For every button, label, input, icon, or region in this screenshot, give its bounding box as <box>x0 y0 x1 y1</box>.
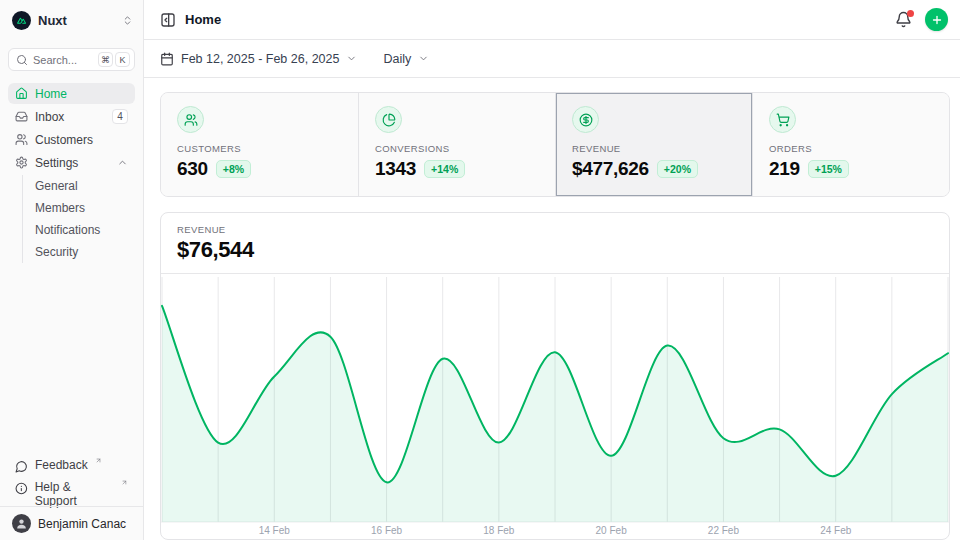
chevron-down-icon <box>346 53 357 64</box>
sidebar-item-home[interactable]: Home <box>8 83 135 104</box>
kbd-k: K <box>115 52 130 67</box>
speech-bubble-icon <box>15 460 28 473</box>
sidebar-item-members[interactable]: Members <box>27 197 135 219</box>
sidebar-item-inbox[interactable]: Inbox 4 <box>8 106 135 127</box>
avatar <box>12 514 31 533</box>
stat-value: 1343 <box>375 158 416 180</box>
stat-icon-wrap <box>572 106 599 133</box>
stat-label: CONVERSIONS <box>375 143 539 154</box>
users-icon <box>15 133 28 146</box>
workspace-switcher[interactable]: Nuxt <box>0 0 143 40</box>
calendar-icon <box>160 52 174 66</box>
stat-card-conversions[interactable]: CONVERSIONS 1343 +14% <box>358 93 555 196</box>
date-range-picker[interactable]: Feb 12, 2025 - Feb 26, 2025 <box>160 52 357 66</box>
settings-sub-items: General Members Notifications Security <box>22 175 135 263</box>
stat-card-orders[interactable]: ORDERS 219 +15% <box>752 93 949 196</box>
stat-card-customers[interactable]: CUSTOMERS 630 +8% <box>161 93 358 196</box>
stat-delta-badge: +20% <box>657 160 698 178</box>
add-button[interactable] <box>925 8 948 31</box>
sidebar-item-security[interactable]: Security <box>27 241 135 263</box>
stat-delta-badge: +8% <box>216 160 251 178</box>
stat-value: $477,626 <box>572 158 649 180</box>
x-axis-tick-label: 20 Feb <box>596 525 628 536</box>
feedback-link[interactable]: Feedback <box>8 456 135 478</box>
sub-item-label: Members <box>35 201 85 215</box>
revenue-chart-card: REVENUE $76,544 14 Feb16 Feb18 Feb20 Feb… <box>160 212 950 540</box>
sidebar-item-label: Inbox <box>35 110 64 124</box>
footer-item-label: Feedback <box>35 458 88 472</box>
sidebar-footer: Feedback Help & Support <box>8 456 135 500</box>
sidebar-item-label: Customers <box>35 133 93 147</box>
x-axis-tick-label: 18 Feb <box>483 525 515 536</box>
pie-chart-icon <box>382 113 396 127</box>
sub-item-label: Notifications <box>35 223 100 237</box>
sidebar: Nuxt ⌘ K Home Inbox 4 Customers <box>0 0 144 540</box>
external-link-icon <box>95 457 102 464</box>
interval-select[interactable]: Daily <box>383 52 429 66</box>
sidebar-item-general[interactable]: General <box>27 175 135 197</box>
sidebar-spacer <box>0 265 143 456</box>
help-support-link[interactable]: Help & Support <box>8 478 135 500</box>
dollar-coin-icon <box>579 113 593 127</box>
stat-delta-badge: +14% <box>424 160 465 178</box>
inbox-badge: 4 <box>112 109 128 124</box>
stats-row: CUSTOMERS 630 +8% CONVERSIONS 1343 +14% <box>160 92 950 197</box>
chart-metric-value: $76,544 <box>177 237 933 263</box>
sidebar-item-notifications[interactable]: Notifications <box>27 219 135 241</box>
app-window: Nuxt ⌘ K Home Inbox 4 Customers <box>0 0 960 540</box>
search-shortcut: ⌘ K <box>98 52 130 67</box>
home-icon <box>15 87 28 100</box>
user-name: Benjamin Canac <box>38 517 126 531</box>
inbox-icon <box>15 110 28 123</box>
chart-body: 14 Feb16 Feb18 Feb20 Feb22 Feb24 Feb <box>161 274 949 540</box>
chevrons-up-down-icon <box>122 15 133 26</box>
chart-header: REVENUE $76,544 <box>161 213 949 274</box>
notification-dot <box>907 10 914 17</box>
external-link-icon <box>121 479 128 486</box>
search-input[interactable]: ⌘ K <box>8 48 135 71</box>
x-axis-tick-label: 16 Feb <box>371 525 403 536</box>
stat-label: ORDERS <box>769 143 933 154</box>
search-field[interactable] <box>33 54 85 66</box>
stat-icon-wrap <box>769 106 796 133</box>
stat-value: 630 <box>177 158 208 180</box>
x-axis-tick-label: 14 Feb <box>259 525 291 536</box>
x-axis-tick-label: 22 Feb <box>708 525 740 536</box>
workspace-name: Nuxt <box>38 13 67 28</box>
info-icon <box>15 482 28 495</box>
user-menu[interactable]: Benjamin Canac <box>0 506 143 540</box>
stat-value: 219 <box>769 158 800 180</box>
sidebar-item-settings[interactable]: Settings <box>8 152 135 173</box>
revenue-chart[interactable]: 14 Feb16 Feb18 Feb20 Feb22 Feb24 Feb <box>161 274 949 540</box>
stat-card-revenue[interactable]: REVENUE $477,626 +20% <box>555 93 752 196</box>
chevron-down-icon <box>418 53 429 64</box>
content: CUSTOMERS 630 +8% CONVERSIONS 1343 +14% <box>144 78 960 540</box>
stat-icon-wrap <box>375 106 402 133</box>
sidebar-nav: Home Inbox 4 Customers Settings General … <box>8 83 135 265</box>
stat-icon-wrap <box>177 106 204 133</box>
sidebar-item-label: Home <box>35 87 67 101</box>
collapse-sidebar-icon[interactable] <box>160 12 176 28</box>
header-actions <box>895 8 948 31</box>
gear-icon <box>15 156 28 169</box>
stat-delta-badge: +15% <box>808 160 849 178</box>
page-title: Home <box>185 12 221 27</box>
chart-metric-label: REVENUE <box>177 224 933 235</box>
page-header: Home <box>144 0 960 40</box>
filters-toolbar: Feb 12, 2025 - Feb 26, 2025 Daily <box>144 40 960 78</box>
stat-label: CUSTOMERS <box>177 143 342 154</box>
search-icon <box>16 54 28 66</box>
sidebar-item-customers[interactable]: Customers <box>8 129 135 150</box>
stat-label: REVENUE <box>572 143 736 154</box>
plus-icon <box>931 14 943 26</box>
notifications-button[interactable] <box>895 11 913 29</box>
main-area: Home Feb 12, 2025 - Feb 26, 2025 Daily <box>144 0 960 540</box>
sub-item-label: General <box>35 179 78 193</box>
footer-item-label: Help & Support <box>35 480 114 508</box>
kbd-cmd: ⌘ <box>98 52 113 67</box>
nuxt-logo <box>12 11 31 30</box>
users-icon <box>184 113 198 127</box>
interval-label: Daily <box>383 52 411 66</box>
date-range-label: Feb 12, 2025 - Feb 26, 2025 <box>181 52 339 66</box>
chevron-up-icon <box>117 157 128 168</box>
